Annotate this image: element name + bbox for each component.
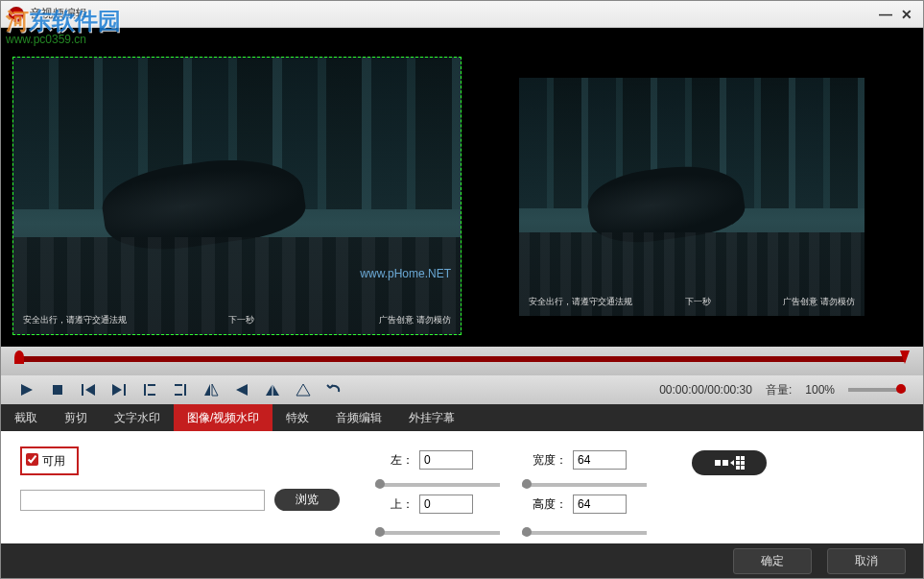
svg-rect-23: [736, 466, 740, 470]
svg-rect-22: [736, 461, 740, 465]
mark-out-button[interactable]: [172, 381, 189, 398]
svg-marker-20: [730, 460, 734, 466]
enable-checkbox-wrap: 可用: [20, 446, 79, 475]
width-input[interactable]: [573, 450, 627, 470]
svg-marker-3: [85, 384, 95, 396]
timeline[interactable]: [1, 347, 923, 375]
controls-bar: 00:00:00/00:00:30 音量: 100%: [1, 375, 923, 404]
phome-watermark: www.pHome.NET: [360, 267, 451, 280]
svg-marker-13: [212, 384, 218, 396]
cancel-button[interactable]: 取消: [827, 548, 906, 574]
left-slider[interactable]: [375, 483, 500, 487]
flip-v-button[interactable]: [264, 381, 281, 398]
tab-cut[interactable]: 剪切: [51, 404, 101, 431]
svg-rect-26: [741, 466, 745, 470]
svg-marker-0: [21, 384, 33, 396]
undo-button[interactable]: [325, 381, 343, 398]
browse-button[interactable]: 浏览: [274, 489, 340, 511]
preview-area: 源预览 输出预览 安全出行，请遵守交通法规 下一秒 广告创意 请勿模仿 www.…: [1, 28, 923, 347]
svg-rect-25: [741, 461, 745, 465]
height-input[interactable]: [573, 495, 627, 514]
height-label: 高度：: [529, 496, 567, 513]
watermark-file-input[interactable]: [20, 490, 265, 511]
next-frame-button[interactable]: [110, 381, 128, 398]
svg-rect-6: [144, 384, 146, 396]
time-display: 00:00:00/00:00:30: [659, 383, 752, 397]
play-button[interactable]: [18, 381, 36, 398]
output-preview-label: 输出预览: [51, 29, 112, 45]
svg-marker-14: [236, 384, 248, 396]
svg-marker-12: [204, 384, 210, 396]
left-input[interactable]: [419, 450, 473, 470]
tabs: 截取 剪切 文字水印 图像/视频水印 特效 音频编辑 外挂字幕: [1, 404, 923, 431]
titlebar: 音视频编辑 — ✕: [1, 1, 923, 28]
timeline-start-handle[interactable]: [14, 350, 24, 364]
stop-button[interactable]: [49, 381, 66, 398]
svg-rect-2: [82, 384, 83, 396]
subtitle-right: 广告创意 请勿模仿: [379, 314, 451, 326]
top-slider[interactable]: [375, 531, 500, 535]
top-label: 上：: [375, 496, 414, 513]
height-slider[interactable]: [522, 531, 647, 535]
rotate-left-button[interactable]: [233, 381, 250, 398]
source-preview[interactable]: 安全出行，请遵守交通法规 下一秒 广告创意 请勿模仿 www.pHome.NET: [12, 57, 462, 335]
tab-subtitle[interactable]: 外挂字幕: [395, 404, 468, 431]
footer: 确定 取消: [1, 543, 923, 578]
svg-rect-5: [124, 384, 126, 396]
svg-marker-4: [112, 384, 122, 396]
volume-value: 100%: [805, 383, 835, 397]
window-title: 音视频编辑: [30, 6, 873, 22]
alignment-preset-button[interactable]: [692, 450, 767, 475]
svg-rect-21: [736, 456, 740, 460]
ok-button[interactable]: 确定: [733, 548, 812, 574]
app-icon: [9, 7, 24, 22]
rotate-right-button[interactable]: [295, 381, 312, 398]
tab-audio-edit[interactable]: 音频编辑: [322, 404, 395, 431]
timeline-end-handle[interactable]: [900, 350, 910, 364]
svg-rect-9: [184, 384, 186, 396]
subtitle-left: 安全出行，请遵守交通法规: [23, 314, 127, 326]
flip-h-button[interactable]: [202, 381, 220, 398]
width-slider[interactable]: [522, 483, 647, 487]
tab-effects[interactable]: 特效: [272, 404, 322, 431]
svg-rect-24: [741, 456, 745, 460]
volume-slider[interactable]: [848, 388, 906, 392]
svg-rect-11: [175, 394, 182, 396]
close-button[interactable]: ✕: [898, 7, 915, 22]
svg-rect-1: [53, 385, 62, 395]
svg-marker-17: [296, 384, 310, 396]
svg-rect-7: [148, 384, 155, 386]
subtitle-center: 下一秒: [228, 314, 254, 326]
output-preview: 安全出行，请遵守交通法规 下一秒 广告创意 请勿模仿: [519, 78, 865, 316]
left-label: 左：: [375, 452, 414, 469]
width-label: 宽度：: [529, 452, 567, 469]
minimize-button[interactable]: —: [877, 7, 894, 22]
source-preview-label: 源预览: [1, 29, 47, 45]
mark-in-button[interactable]: [141, 381, 158, 398]
top-input[interactable]: [419, 495, 473, 514]
prev-frame-button[interactable]: [80, 381, 97, 398]
svg-rect-18: [715, 460, 721, 466]
svg-rect-19: [723, 460, 728, 466]
enable-label: 可用: [42, 454, 65, 468]
tab-text-watermark[interactable]: 文字水印: [101, 404, 174, 431]
svg-rect-8: [148, 394, 155, 396]
enable-checkbox[interactable]: [26, 453, 38, 466]
tab-crop[interactable]: 截取: [1, 404, 51, 431]
volume-label: 音量:: [766, 382, 792, 398]
tab-image-video-watermark[interactable]: 图像/视频水印: [174, 404, 272, 431]
svg-rect-10: [175, 384, 182, 386]
